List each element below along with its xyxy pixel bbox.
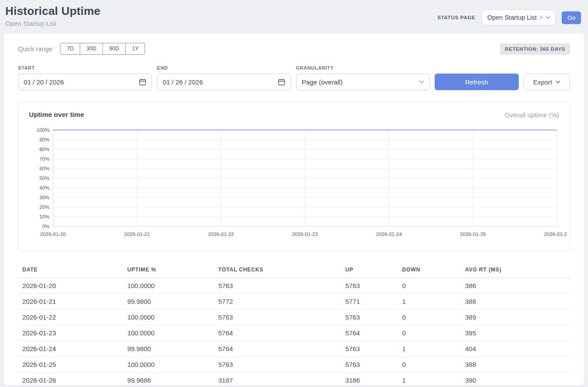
table-cell: 2026-01-20 — [18, 278, 123, 294]
controls-row: START 01 / 20 / 2026 END 01 / 26 / 2026 … — [18, 65, 570, 90]
uptime-table-head: DATEUPTIME %TOTAL CHECKSUPDOWNAVG RT (MS… — [18, 263, 570, 278]
uptime-chart-card: Uptime over time Overall uptime (%) 0%10… — [18, 102, 570, 251]
chart-header: Uptime over time Overall uptime (%) — [29, 111, 559, 119]
uptime-table-body: 2026-01-20100.00005763576303862026-01-21… — [18, 278, 570, 387]
table-cell: 99.9686 — [123, 373, 214, 387]
table-cell: 2026-01-24 — [18, 341, 123, 357]
granularity-label: GRANULARITY — [296, 65, 430, 70]
table-cell: 99.9800 — [123, 341, 214, 357]
table-row: 2026-01-25100.0000576357630388 — [18, 357, 570, 373]
start-date-value: 01 / 20 / 2026 — [24, 78, 64, 86]
table-row: 2026-01-20100.0000576357630386 — [18, 278, 570, 294]
granularity-field: GRANULARITY Page (overall) — [296, 65, 430, 90]
table-cell: 0 — [398, 357, 461, 373]
svg-text:80%: 80% — [39, 147, 50, 152]
quick-range-row: Quick range: 7D 30D 90D 1Y RETENTION: 36… — [18, 43, 570, 55]
granularity-select[interactable]: Page (overall) — [296, 74, 430, 90]
table-cell: 388 — [460, 294, 570, 310]
svg-text:2026-01-25: 2026-01-25 — [460, 232, 486, 237]
retention-badge: RETENTION: 365 DAYS — [500, 43, 570, 55]
table-row: 2026-01-2499.9800576457631404 — [18, 341, 570, 357]
table-cell: 100.0000 — [123, 357, 214, 373]
svg-text:2026-01-20: 2026-01-20 — [40, 232, 66, 237]
status-page-select[interactable]: Open Startup List × — [482, 10, 556, 25]
end-label: END — [157, 65, 291, 70]
quick-range-30d-button[interactable]: 30D — [80, 43, 103, 55]
table-cell: 404 — [460, 341, 570, 357]
svg-text:40%: 40% — [39, 185, 50, 190]
chevron-down-icon — [419, 80, 424, 84]
svg-text:60%: 60% — [39, 166, 50, 171]
go-button[interactable]: Go — [562, 11, 581, 24]
quick-range-90d-button[interactable]: 90D — [103, 43, 126, 55]
svg-text:50%: 50% — [39, 176, 50, 181]
granularity-selected-value: Page (overall) — [302, 78, 343, 86]
table-cell: 388 — [460, 357, 570, 373]
table-cell: 1 — [398, 373, 461, 387]
quick-range-left: Quick range: 7D 30D 90D 1Y — [18, 43, 145, 55]
start-date-field: START 01 / 20 / 2026 — [18, 65, 152, 90]
svg-text:10%: 10% — [39, 214, 50, 219]
export-button-label: Export — [533, 78, 552, 86]
refresh-button[interactable]: Refresh — [435, 74, 519, 90]
table-cell: 5763 — [341, 357, 398, 373]
table-cell: 5763 — [341, 310, 398, 325]
table-row: 2026-01-2699.9686318731861390 — [18, 373, 570, 387]
end-date-field: END 01 / 26 / 2026 — [157, 65, 291, 90]
status-page-selected-value: Open Startup List — [487, 14, 537, 21]
table-cell: 390 — [460, 373, 570, 387]
table-cell: 99.9800 — [123, 294, 214, 310]
table-cell: 100.0000 — [123, 278, 214, 294]
table-cell: 1 — [398, 294, 461, 310]
table-cell: 5763 — [341, 341, 398, 357]
table-cell: 5772 — [214, 294, 341, 310]
svg-text:2026-01-24: 2026-01-24 — [376, 232, 402, 237]
quick-range-1y-button[interactable]: 1Y — [125, 43, 145, 55]
table-cell: 5763 — [214, 357, 341, 373]
table-column-header: DATE — [18, 263, 123, 278]
table-row: 2026-01-22100.0000576357630389 — [18, 310, 570, 325]
table-cell: 100.0000 — [123, 325, 214, 341]
table-cell: 0 — [398, 278, 461, 294]
table-cell: 389 — [460, 310, 570, 325]
table-cell: 5764 — [214, 341, 341, 357]
export-button[interactable]: Export — [524, 74, 570, 90]
quick-range-7d-button[interactable]: 7D — [60, 43, 80, 55]
main-card: Quick range: 7D 30D 90D 1Y RETENTION: 36… — [4, 33, 584, 385]
calendar-icon[interactable] — [139, 78, 146, 86]
table-cell: 2026-01-25 — [18, 357, 123, 373]
table-cell: 5764 — [214, 325, 341, 341]
table-cell: 1 — [398, 341, 461, 357]
uptime-table: DATEUPTIME %TOTAL CHECKSUPDOWNAVG RT (MS… — [18, 263, 570, 387]
table-cell: 5771 — [341, 294, 398, 310]
chart-legend: Overall uptime (%) — [505, 111, 559, 119]
svg-text:2026-01-26: 2026-01-26 — [544, 232, 567, 237]
table-cell: 2026-01-23 — [18, 325, 123, 341]
page-subtitle: Open Startup List — [5, 20, 100, 27]
end-date-input[interactable]: 01 / 26 / 2026 — [157, 74, 291, 90]
table-column-header: UP — [341, 263, 398, 278]
status-page-label: STATUS PAGE — [437, 15, 475, 20]
start-label: START — [18, 65, 152, 70]
svg-text:100%: 100% — [37, 127, 50, 133]
svg-text:2026-01-21: 2026-01-21 — [124, 232, 150, 237]
quick-range-button-group: 7D 30D 90D 1Y — [60, 43, 145, 55]
table-row: 2026-01-2199.9800577257711388 — [18, 294, 570, 310]
table-column-header: TOTAL CHECKS — [214, 263, 341, 278]
title-block: Historical Uptime Open Startup List — [5, 4, 100, 27]
table-cell: 3186 — [341, 373, 398, 387]
svg-text:2026-01-22: 2026-01-22 — [208, 232, 234, 237]
table-cell: 5763 — [341, 278, 398, 294]
table-cell: 5763 — [214, 310, 341, 325]
close-icon[interactable]: × — [539, 14, 543, 21]
table-cell: 386 — [460, 278, 570, 294]
start-date-input[interactable]: 01 / 20 / 2026 — [18, 74, 152, 90]
table-cell: 2026-01-26 — [18, 373, 123, 387]
calendar-icon[interactable] — [278, 78, 285, 86]
table-cell: 2026-01-22 — [18, 310, 123, 325]
table-column-header: DOWN — [398, 263, 461, 278]
chevron-down-icon — [556, 81, 560, 84]
table-row: 2026-01-23100.0000576457640395 — [18, 325, 570, 341]
table-cell: 0 — [398, 325, 461, 341]
top-header: Historical Uptime Open Startup List STAT… — [0, 0, 588, 30]
